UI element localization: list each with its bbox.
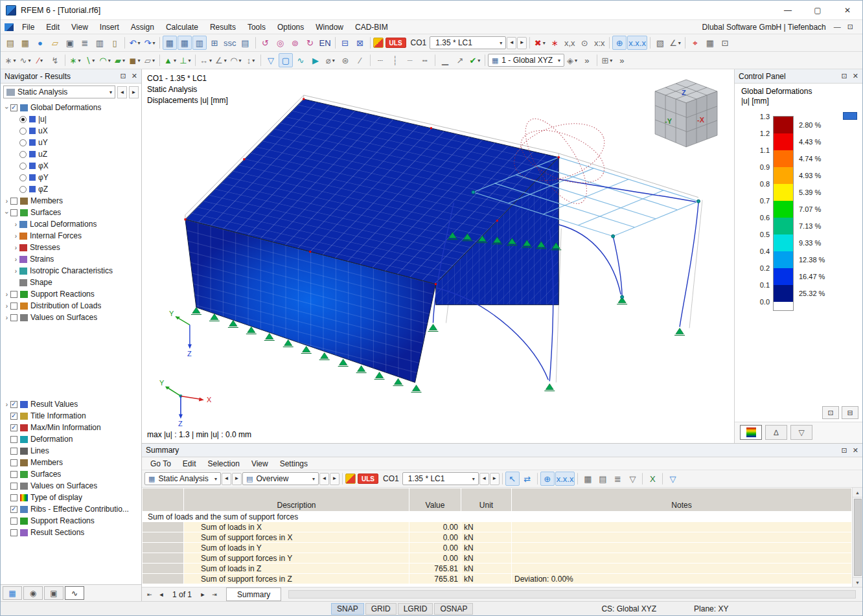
- section-icon[interactable]: ⌀: [323, 53, 338, 67]
- tree-item[interactable]: Surfaces: [1, 468, 141, 480]
- result-diagram-icon[interactable]: ▧: [653, 36, 667, 50]
- sync-selection-icon[interactable]: ⇄: [520, 472, 535, 486]
- model-tables-icon[interactable]: ▦: [163, 36, 177, 50]
- pin-icon[interactable]: ⊡: [121, 72, 126, 80]
- zoom-values-icon[interactable]: ⊕: [612, 36, 627, 50]
- redo-icon[interactable]: ↷: [143, 36, 157, 50]
- first-page-button[interactable]: ⇤: [144, 589, 155, 600]
- tree-item[interactable]: |u|: [1, 113, 141, 125]
- scale-band[interactable]: [774, 133, 793, 150]
- close-icon[interactable]: ✕: [132, 72, 137, 80]
- opening-tool-icon[interactable]: ▱: [143, 53, 157, 67]
- work-plane-icon[interactable]: ◈: [565, 53, 579, 67]
- new-table-icon[interactable]: ⊞: [207, 36, 222, 50]
- checkbox[interactable]: [10, 104, 17, 111]
- overview-prev[interactable]: ◄: [319, 473, 329, 485]
- summary-load-combo-select[interactable]: 1.35 * LC1: [402, 472, 479, 485]
- dock-table-icon[interactable]: ⊡: [718, 36, 732, 50]
- guideline-v-icon[interactable]: ┆: [388, 53, 402, 67]
- node-tool-icon[interactable]: ∗: [68, 53, 82, 67]
- expander-icon[interactable]: [12, 256, 19, 263]
- calculate-icon[interactable]: ⊠: [353, 36, 367, 50]
- table-view-icon[interactable]: ▦: [581, 472, 595, 486]
- load-combo-select[interactable]: 1.35 * LC1: [430, 36, 506, 49]
- scale-band[interactable]: [774, 218, 793, 234]
- table-row[interactable]: Sum of support forces in Z 765.81 kN Dev…: [143, 574, 852, 584]
- expander-icon[interactable]: [12, 221, 19, 228]
- expander-icon[interactable]: [12, 233, 19, 240]
- scale-band[interactable]: [774, 117, 793, 133]
- summary-menu-item[interactable]: View: [246, 459, 274, 468]
- views-navigator-tab[interactable]: ▣: [44, 586, 63, 600]
- summary-combo-prev[interactable]: ◄: [479, 473, 489, 485]
- tab-summary[interactable]: Summary: [226, 587, 281, 601]
- radio[interactable]: [19, 151, 27, 158]
- menu-item[interactable]: Results: [204, 20, 242, 34]
- checkbox[interactable]: [10, 436, 17, 443]
- menu-item[interactable]: View: [65, 20, 94, 34]
- measure-icon[interactable]: ∠: [668, 36, 682, 50]
- radio[interactable]: [19, 186, 27, 193]
- filter-objects-icon[interactable]: ▽: [264, 53, 278, 67]
- menu-item[interactable]: Options: [271, 20, 310, 34]
- deformed-shell-surfaces[interactable]: [185, 85, 576, 382]
- insert-block-icon[interactable]: ▦: [18, 36, 32, 50]
- summary-analysis-prev[interactable]: ◄: [222, 473, 231, 485]
- panel-pages-button[interactable]: ⊟: [842, 406, 858, 419]
- deformation-display-icon[interactable]: ∿: [293, 53, 308, 67]
- column-header[interactable]: Description: [184, 488, 409, 512]
- scale-band[interactable]: [774, 268, 793, 285]
- checkbox[interactable]: [10, 494, 17, 501]
- scroll-down-icon[interactable]: ▼: [853, 577, 863, 587]
- tree-item[interactable]: φZ: [1, 183, 141, 195]
- expander-icon[interactable]: [3, 291, 10, 298]
- expander-icon[interactable]: [3, 314, 10, 321]
- table-filter-icon[interactable]: ▽: [625, 472, 639, 486]
- prev-page-button[interactable]: ◄: [155, 589, 167, 600]
- excel-export-icon[interactable]: X: [645, 472, 660, 486]
- panel-factors-tab[interactable]: ∆: [765, 425, 787, 440]
- scrollbar-thumb[interactable]: [854, 499, 862, 576]
- run-settings-icon[interactable]: ⊛: [338, 53, 352, 67]
- menu-item[interactable]: Edit: [40, 20, 65, 34]
- overview-select[interactable]: ▤ Overview: [242, 472, 319, 485]
- calculate-all-icon[interactable]: ⊟: [338, 36, 352, 50]
- expander-icon[interactable]: [3, 401, 10, 408]
- restore-icon[interactable]: ⊡: [842, 446, 847, 455]
- tree-item[interactable]: φX: [1, 160, 141, 172]
- panel-filter-tab[interactable]: ▽: [790, 425, 812, 440]
- expander-icon[interactable]: [12, 268, 19, 275]
- result-values-toggle-icon[interactable]: x,x: [562, 36, 577, 50]
- column-header[interactable]: Notes: [512, 488, 852, 512]
- clipboard-icon[interactable]: ▯: [108, 36, 122, 50]
- checkbox[interactable]: [10, 459, 17, 466]
- values-xyz-icon[interactable]: x.x.x: [627, 36, 647, 50]
- statusbar-toggle[interactable]: SNAP: [331, 603, 364, 615]
- tree-item[interactable]: Stresses: [1, 242, 141, 253]
- menu-item[interactable]: Assign: [125, 20, 160, 34]
- summary-menu-item[interactable]: Edit: [177, 459, 202, 468]
- table-row[interactable]: Sum of loads in Z 765.81 kN: [143, 564, 852, 574]
- dimension-arc-icon[interactable]: ◠: [229, 53, 243, 67]
- tree-item[interactable]: Support Reactions: [1, 288, 141, 300]
- scale-band[interactable]: [774, 234, 793, 251]
- window-layout-icon[interactable]: ⊞: [600, 53, 614, 67]
- paste-icon[interactable]: ▤: [3, 36, 17, 50]
- prev-combo-button[interactable]: ◄: [507, 37, 516, 49]
- radio[interactable]: [19, 139, 27, 146]
- tree-item[interactable]: Global Deformations: [1, 102, 141, 113]
- scale-band[interactable]: [774, 167, 793, 184]
- trend-icon[interactable]: ↗: [453, 53, 467, 67]
- nodal-support-icon[interactable]: ▲: [163, 53, 178, 67]
- result-filter-icon[interactable]: ▽: [665, 472, 680, 486]
- column-header[interactable]: Unit: [461, 488, 512, 512]
- table-row[interactable]: Sum of loads in Y 0.00 kN: [143, 543, 852, 553]
- mdi-minimize-button[interactable]: —: [834, 23, 841, 31]
- checkbox[interactable]: [10, 518, 17, 525]
- uls-badge[interactable]: ULS: [385, 38, 406, 48]
- load-generators-icon[interactable]: ⊚: [288, 36, 303, 50]
- tree-item[interactable]: uZ: [1, 148, 141, 160]
- minimize-button[interactable]: —: [773, 1, 803, 19]
- checkbox[interactable]: [10, 302, 17, 310]
- tree-item[interactable]: Surfaces: [1, 207, 141, 218]
